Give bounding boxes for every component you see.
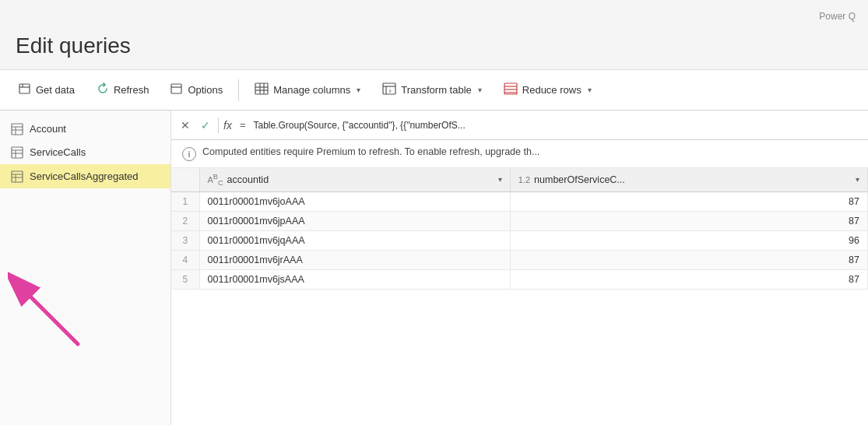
row-num-cell: 4 <box>171 250 199 269</box>
table-row: 20011r00001mv6jpAAA87 <box>171 211 868 230</box>
accept-icon: ✓ <box>201 119 210 132</box>
value-cell: 87 <box>510 211 867 230</box>
value-cell: 87 <box>510 191 867 211</box>
manage-columns-chevron: ▾ <box>357 86 360 94</box>
right-panel: ✕ ✓ fx = Table.Group(Source, {"accountid… <box>171 111 868 425</box>
data-table: ABC accountid ▾ 1.2 <box>171 168 868 290</box>
main-content: Account ServiceCalls <box>0 111 868 425</box>
numberofservicec-col-label: numberOfServiceC... <box>534 174 625 185</box>
transform-table-icon <box>382 83 396 98</box>
formula-cancel-button[interactable]: ✕ <box>177 118 193 133</box>
formula-bar: ✕ ✓ fx = Table.Group(Source, {"accountid… <box>171 111 868 140</box>
sidebar-item-account[interactable]: Account <box>0 117 170 141</box>
servicecallsaggregated-label: ServiceCallsAggregated <box>30 170 138 182</box>
table-row: 30011r00001mv6jqAAA96 <box>171 230 868 250</box>
manage-columns-icon <box>255 83 269 98</box>
info-message: Computed entities require Premium to ref… <box>202 146 539 157</box>
row-num-cell: 5 <box>171 269 199 289</box>
data-table-wrapper[interactable]: ABC accountid ▾ 1.2 <box>171 168 868 425</box>
value-cell: 87 <box>510 250 867 269</box>
accountid-cell: 0011r00001mv6jrAAA <box>199 250 510 269</box>
info-icon: i <box>182 147 196 161</box>
arrow-annotation <box>8 251 109 352</box>
servicecalls-table-icon <box>11 146 23 160</box>
get-data-button[interactable]: Get data <box>9 78 84 103</box>
options-icon <box>170 83 183 98</box>
refresh-button[interactable]: Refresh <box>87 78 159 103</box>
transform-table-chevron: ▾ <box>478 86 482 94</box>
account-table-icon <box>11 122 23 135</box>
manage-columns-label: Manage columns <box>273 84 350 96</box>
reduce-rows-icon <box>504 83 518 98</box>
top-bar: Edit queries Power Q <box>0 0 868 70</box>
toolbar-separator-1 <box>238 79 239 101</box>
accountid-cell: 0011r00001mv6joAAA <box>199 191 510 211</box>
accountid-cell: 0011r00001mv6jpAAA <box>199 211 510 230</box>
servicecalls-label: ServiceCalls <box>30 146 86 158</box>
accountid-column-header[interactable]: ABC accountid ▾ <box>199 168 510 191</box>
servicecallsaggregated-table-icon <box>11 170 23 183</box>
options-button[interactable]: Options <box>161 78 232 103</box>
get-data-label: Get data <box>36 84 75 96</box>
options-label: Options <box>188 84 223 96</box>
svg-rect-0 <box>19 84 30 93</box>
transform-table-label: Transform table <box>401 84 472 96</box>
account-label: Account <box>30 123 66 135</box>
manage-columns-button[interactable]: Manage columns ▾ <box>245 78 370 103</box>
numberofservicec-col-type: 1.2 <box>518 175 530 184</box>
page-title: Edit queries <box>16 33 131 69</box>
row-num-header <box>171 168 199 191</box>
fx-label: fx <box>223 119 232 132</box>
value-cell: 87 <box>510 269 867 289</box>
refresh-icon <box>97 83 109 98</box>
get-data-icon <box>19 83 31 98</box>
power-label: Power Q <box>819 11 856 22</box>
row-num-cell: 2 <box>171 211 199 230</box>
table-row: 50011r00001mv6jsAAA87 <box>171 269 868 289</box>
cancel-icon: ✕ <box>181 119 190 132</box>
row-num-cell: 1 <box>171 191 199 211</box>
table-row: 10011r00001mv6joAAA87 <box>171 191 868 211</box>
svg-rect-17 <box>12 124 23 135</box>
reduce-rows-chevron: ▾ <box>588 86 592 94</box>
formula-accept-button[interactable]: ✓ <box>198 118 213 133</box>
formula-text: Table.Group(Source, {"accountid"}, {{"nu… <box>253 120 862 131</box>
svg-rect-25 <box>12 171 23 182</box>
accountid-col-label: accountid <box>227 174 269 185</box>
numberofservicec-filter-button[interactable]: ▾ <box>856 175 859 184</box>
sidebar-item-servicecalls[interactable]: ServiceCalls <box>0 141 170 165</box>
accountid-filter-button[interactable]: ▾ <box>498 175 502 184</box>
svg-rect-21 <box>12 147 23 158</box>
accountid-cell: 0011r00001mv6jsAAA <box>199 269 510 289</box>
formula-equals: = <box>237 119 249 131</box>
sidebar: Account ServiceCalls <box>0 111 171 425</box>
refresh-label: Refresh <box>114 84 149 96</box>
app-container: Edit queries Power Q Get data Refresh <box>0 0 868 425</box>
table-row: 40011r00001mv6jrAAA87 <box>171 250 868 269</box>
reduce-rows-label: Reduce rows <box>522 84 582 96</box>
sidebar-item-servicecallsaggregated[interactable]: ServiceCallsAggregated <box>0 164 170 188</box>
accountid-col-type: ABC <box>208 173 223 187</box>
toolbar: Get data Refresh Options <box>0 70 868 111</box>
reduce-rows-button[interactable]: Reduce rows ▾ <box>494 78 601 103</box>
info-bar: i Computed entities require Premium to r… <box>171 140 868 168</box>
svg-rect-3 <box>171 84 181 93</box>
row-num-cell: 3 <box>171 230 199 250</box>
value-cell: 96 <box>510 230 867 250</box>
transform-table-button[interactable]: Transform table ▾ <box>373 78 491 103</box>
formula-bar-separator <box>218 118 219 133</box>
numberofservicec-column-header[interactable]: 1.2 numberOfServiceC... ▾ <box>510 168 867 191</box>
accountid-cell: 0011r00001mv6jqAAA <box>199 230 510 250</box>
svg-rect-5 <box>255 83 268 94</box>
